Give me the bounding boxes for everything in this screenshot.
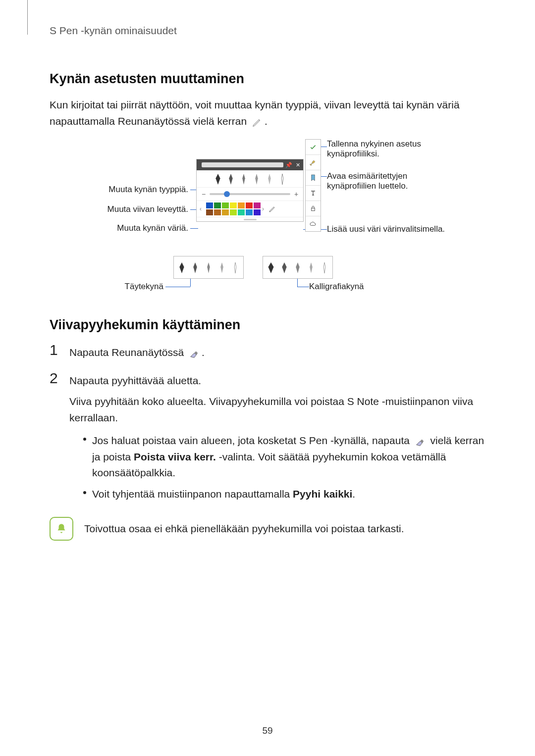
step-number: 1 — [50, 343, 61, 357]
plus-icon[interactable]: + — [293, 190, 299, 198]
callout-line — [190, 279, 191, 287]
swatch[interactable] — [230, 202, 237, 208]
swatch[interactable] — [214, 209, 221, 215]
width-slider[interactable] — [210, 193, 290, 195]
pen-nib-2[interactable] — [225, 172, 237, 186]
pen-settings-panel: 📌 ✕ − + ‹ — [196, 159, 304, 222]
bullet-2: Voit tyhjentää muistiinpanon napauttamal… — [83, 486, 485, 503]
chevron-right-icon[interactable]: › — [262, 205, 267, 212]
nib-icon — [176, 260, 188, 274]
check-icon — [309, 143, 317, 151]
note-text: Toivottua osaa ei ehkä pienelläkään pyyh… — [84, 517, 404, 537]
fountain-pen-preview — [173, 256, 244, 279]
pen-nib-3[interactable] — [238, 172, 250, 186]
swatch[interactable] — [246, 202, 253, 208]
step2-text: Napauta pyyhittävää aluetta. — [69, 373, 485, 389]
pen-profile-button[interactable] — [306, 155, 321, 170]
callout-pen-type: Muuta kynän tyyppiä. — [50, 185, 188, 195]
pen-nib-5[interactable] — [264, 172, 275, 186]
margin-rule — [27, 0, 28, 35]
swatch[interactable] — [222, 209, 229, 215]
swatch[interactable] — [254, 209, 261, 215]
swatch[interactable] — [214, 202, 221, 208]
swatch[interactable] — [230, 209, 237, 215]
pen-nib-1[interactable] — [212, 172, 224, 186]
pen-icon — [252, 116, 263, 127]
callout-line — [165, 287, 190, 287]
eraser-icon — [189, 348, 200, 359]
swatch[interactable] — [254, 202, 261, 208]
step-1-body: Napauta Reunanäytössä . — [69, 343, 205, 361]
text-icon — [309, 189, 317, 197]
nib-icon — [203, 260, 214, 274]
calligraphy-pen-preview — [263, 256, 333, 279]
numbered-steps: 1 Napauta Reunanäytössä . 2 Napauta pyyh… — [50, 343, 485, 507]
step-1: 1 Napauta Reunanäytössä . — [50, 343, 485, 361]
b1-a: Jos haluat poistaa vain alueen, jota kos… — [92, 435, 413, 446]
bell-icon — [55, 522, 68, 535]
color-row[interactable]: ‹ › — [197, 201, 303, 217]
cloud-button[interactable] — [306, 216, 321, 231]
section1-intro-end: . — [265, 115, 268, 127]
minus-icon[interactable]: − — [201, 190, 207, 198]
nib-icon — [216, 260, 228, 274]
nib-icon — [229, 260, 241, 274]
pin-icon[interactable]: 📌 — [285, 161, 292, 168]
text-button[interactable] — [306, 186, 321, 201]
color-swatches[interactable] — [206, 202, 261, 215]
nib-icon — [278, 260, 290, 274]
bookmark-icon — [309, 174, 317, 182]
info-note: Toivottua osaa ei ehkä pienelläkään pyyh… — [50, 517, 485, 541]
nib-icon — [319, 260, 330, 274]
panel-titlebar: 📌 ✕ — [197, 159, 303, 170]
swatch[interactable] — [206, 202, 213, 208]
swatch[interactable] — [238, 209, 245, 215]
swatch[interactable] — [206, 209, 213, 215]
page-number: 59 — [0, 725, 535, 736]
pen-side-toolbar — [305, 139, 321, 232]
swatch[interactable] — [238, 202, 245, 208]
nib-icon — [265, 260, 277, 274]
callout-fountain-pen: Täytekynä — [50, 282, 163, 292]
step-number: 2 — [50, 371, 61, 386]
slider-thumb[interactable] — [224, 191, 230, 197]
callout-calligraphy-pen: Kalligrafiakynä — [309, 282, 364, 292]
line-width-row[interactable]: − + — [197, 188, 303, 201]
bullet-list: Jos haluat poistaa vain alueen, jota kos… — [69, 433, 485, 502]
callout-line — [190, 228, 198, 229]
section1-intro: Kun kirjoitat tai piirrät näyttöön, voit… — [50, 97, 485, 129]
close-icon[interactable]: ✕ — [294, 161, 301, 168]
cloud-icon — [309, 220, 317, 228]
lock-icon — [309, 204, 317, 212]
callout-save-profile-text: Tallenna nykyinen asetus kynäprofiiliksi… — [327, 139, 436, 159]
chevron-left-icon[interactable]: ‹ — [200, 205, 205, 212]
callout-line — [297, 279, 298, 287]
step-2: 2 Napauta pyyhittävää aluetta. Viiva pyy… — [50, 371, 485, 507]
bullet-icon — [83, 433, 86, 481]
svg-rect-0 — [312, 208, 315, 210]
bookmark-button[interactable] — [306, 170, 321, 186]
swatch[interactable] — [246, 209, 253, 215]
callout-line — [321, 176, 327, 177]
swatch[interactable] — [222, 202, 229, 208]
pen-settings-diagram: Muuta kynän tyyppiä. Muuta viivan leveyt… — [50, 144, 485, 298]
section2-title: Viivapyyhekumin käyttäminen — [50, 317, 485, 333]
b2-a: Voit tyhjentää muistiinpanon napauttamal… — [92, 488, 293, 500]
pen-type-row[interactable] — [197, 170, 303, 188]
pen-nib-4[interactable] — [251, 172, 263, 186]
callout-pen-color: Muuta kynän väriä. — [50, 223, 188, 233]
callout-line — [321, 147, 327, 147]
save-profile-button[interactable] — [306, 140, 321, 155]
pen-nib-6[interactable] — [276, 172, 288, 186]
section1-title: Kynän asetusten muuttaminen — [50, 71, 485, 87]
drag-handle-icon[interactable] — [197, 217, 303, 221]
nib-icon — [305, 260, 317, 274]
step-2-body: Napauta pyyhittävää aluetta. Viiva pyyhi… — [69, 371, 485, 507]
eraser-icon — [415, 436, 426, 447]
bullet-icon — [83, 486, 86, 503]
color-picker-icon[interactable] — [268, 205, 276, 213]
b1-bold: Poista viiva kerr. — [134, 451, 216, 462]
lock-button[interactable] — [306, 201, 321, 216]
pen-nib-icon — [309, 158, 317, 166]
running-header: S Pen -kynän ominaisuudet — [50, 25, 485, 37]
